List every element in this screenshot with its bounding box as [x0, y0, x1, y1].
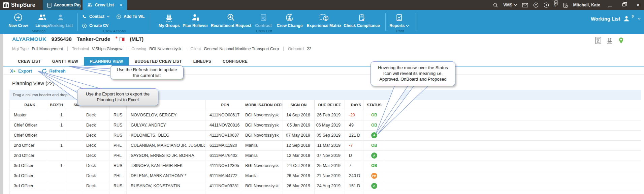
- app-tab-accounts-payable[interactable]: Accounts Paya: [43, 0, 80, 10]
- help-icon[interactable]: ?: [533, 2, 539, 8]
- user-name[interactable]: Mitchell, Kate: [573, 3, 600, 7]
- check-compliance-button[interactable]: Check Compliance: [344, 12, 380, 28]
- search-icon[interactable]: [493, 3, 498, 8]
- cell-nat: PHL: [109, 140, 127, 150]
- export-button[interactable]: X Export: [10, 68, 32, 74]
- refresh-button[interactable]: Refresh: [41, 68, 65, 74]
- status-badge-a[interactable]: A: [371, 132, 377, 138]
- cell-office: Manila: [241, 150, 283, 161]
- status-onboard-text[interactable]: OB: [371, 163, 377, 168]
- view-tab-lineups[interactable]: LINEUPS: [188, 57, 217, 66]
- status-onboard-text[interactable]: OB: [371, 123, 377, 128]
- location-pin-icon[interactable]: [618, 36, 624, 45]
- col-header-pcn[interactable]: PCN: [205, 100, 241, 110]
- status-onboard-text[interactable]: OB: [371, 113, 377, 117]
- experience-matrix-button[interactable]: Experience Matrix: [307, 12, 342, 28]
- plan-reliever-button[interactable]: Plan Reliever: [183, 12, 208, 28]
- cell-days: 240 D: [345, 171, 363, 181]
- close-button[interactable]: ✕: [634, 3, 643, 7]
- ribbon-group-label-print: Print: [396, 29, 404, 33]
- cell-dept: Deck: [82, 110, 109, 120]
- person-clipboard-icon: [183, 12, 208, 23]
- restore-button[interactable]: [619, 3, 629, 7]
- col-header-sign_on[interactable]: SIGN ON: [283, 100, 315, 110]
- create-cv-button[interactable]: Create CV: [82, 22, 108, 29]
- view-tab-budgeted-crew-list[interactable]: BUDGETED CREW LIST: [129, 57, 187, 66]
- view-tab-planning-view[interactable]: PLANNING VIEW: [84, 57, 129, 66]
- working-list-dropdown[interactable]: Working List 0: [591, 15, 641, 23]
- status-badge-a[interactable]: A: [371, 183, 377, 189]
- col-header-office[interactable]: MOBILISATION OFFICE: [241, 100, 283, 110]
- crew-row[interactable]: Chief Officer1DeckRUSGULYAY, ANDREY4411N…: [10, 120, 642, 130]
- document-alert-icon[interactable]: [563, 3, 568, 8]
- status-onboard-text[interactable]: OB: [371, 143, 377, 148]
- view-tab-configure[interactable]: CONFIGURE: [217, 57, 253, 66]
- cell-status: A: [363, 130, 385, 140]
- cell-sign_on: 12 Sep 2018: [283, 140, 315, 150]
- chevron-down-icon: [514, 4, 517, 6]
- ribbon-group-label-crew-actions: Crew Actions: [103, 29, 126, 33]
- detail-value: General National Maritime Transport Corp: [204, 47, 279, 51]
- new-crew-button[interactable]: New Crew: [8, 12, 28, 28]
- minimize-button[interactable]: [605, 3, 614, 7]
- documents-badge-count: 1: [554, 4, 556, 8]
- vms-dropdown[interactable]: VMS: [503, 3, 517, 7]
- mail-icon[interactable]: [522, 3, 528, 7]
- plus-circle-icon: [82, 23, 87, 28]
- contact-dropdown-button[interactable]: Contact: [82, 13, 110, 20]
- crew-id-card-icon[interactable]: [595, 36, 602, 45]
- crew-row[interactable]: 2nd OfficerDeckPHLSAYSON, ERNESTO JR. BO…: [10, 150, 642, 161]
- crew-row[interactable]: 3rd Officer1DeckRUSTSINOEV, KANTEMIR-BEK…: [10, 161, 642, 171]
- callout-export: Use the Export icon to export the Planni…: [77, 88, 158, 106]
- chevron-down-icon: [638, 18, 641, 20]
- cell-name: KOLOMIETS, OLEG: [127, 130, 205, 140]
- chevron-down-icon: [406, 25, 409, 27]
- crew-change-button[interactable]: Crew Change: [277, 12, 303, 28]
- person-icon: [623, 15, 630, 23]
- detail-label: Client: [191, 47, 201, 51]
- tab-close-icon[interactable]: ✕: [120, 3, 123, 7]
- detail-value: V.Ships Glasgow: [92, 47, 122, 51]
- crew-row[interactable]: Master1DeckRUSNOVOSELOV, SERGEY4111NOO08…: [10, 110, 642, 120]
- recruitment-request-button[interactable]: Recruitment Request: [211, 12, 252, 28]
- cell-filler: [385, 150, 642, 161]
- view-tab-crew-list[interactable]: CREW LIST: [12, 57, 46, 66]
- vms-label: VMS: [503, 3, 512, 7]
- collapsed-side-panel[interactable]: [0, 34, 3, 194]
- cell-pcn: 4411NOVZ0816: [205, 120, 241, 130]
- col-header-days[interactable]: DAYS: [345, 100, 363, 110]
- col-header-due_relief[interactable]: DUE RELIEF: [315, 100, 345, 110]
- cell-sign_on: 26 Mar 2019: [283, 171, 315, 181]
- info-icon[interactable]: i: [544, 2, 549, 8]
- crew-row[interactable]: 3rd OfficerDeckRUSRUSANOV, KONSTANTIN411…: [10, 181, 642, 191]
- reports-dropdown-button[interactable]: Reports: [389, 12, 409, 28]
- cell-name: NOVOSELOV, SERGEY: [127, 110, 205, 120]
- add-to-wl-button[interactable]: Add To WL: [116, 13, 144, 20]
- col-header-status[interactable]: STATUS: [363, 100, 385, 110]
- lineup-button[interactable]: Lineup: [35, 12, 49, 28]
- cell-sm: [67, 171, 82, 181]
- documents-badge-icon[interactable]: 1: [554, 0, 558, 10]
- cell-name: SAYSON, ERNESTO JR. BORRA: [127, 150, 205, 161]
- status-badge-a[interactable]: A: [371, 153, 377, 159]
- cell-sign_on: 14 Sep 2018: [283, 110, 315, 120]
- vessel-name[interactable]: ALYARMOUK: [12, 36, 46, 42]
- col-header-rank[interactable]: RANK: [10, 100, 46, 110]
- col-header-filler[interactable]: [385, 100, 642, 110]
- cell-due_relief: 07 Nov 2019: [315, 150, 345, 161]
- view-tab-gantt-view[interactable]: GANTT VIEW: [46, 57, 84, 66]
- status-badge-pr[interactable]: PR: [371, 173, 377, 179]
- detail-value: BGI Novorossiysk: [149, 47, 181, 51]
- vessel-ship-icon[interactable]: [606, 36, 613, 45]
- cell-dept: Deck: [82, 120, 109, 130]
- crew-row[interactable]: Chief OfficerDeckRUSKOLOMIETS, OLEG4111N…: [10, 130, 642, 140]
- malta-flag-icon: [119, 37, 125, 41]
- cell-name: DELENA, MARK ANTHONY *: [127, 171, 205, 181]
- cell-filler: [385, 130, 642, 140]
- app-tab-crew-list[interactable]: Crew List ✕: [83, 0, 127, 10]
- crew-row[interactable]: 3rd OfficerDeckPHLDELENA, MARK ANTHONY *…: [10, 171, 642, 181]
- my-groups-button[interactable]: My Groups: [159, 12, 180, 28]
- crew-row[interactable]: 2nd Officer1DeckPHLCULANIBAN, MARCIANO J…: [10, 140, 642, 150]
- col-header-berth[interactable]: BERTH: [46, 100, 67, 110]
- cell-office: Manila: [241, 171, 283, 181]
